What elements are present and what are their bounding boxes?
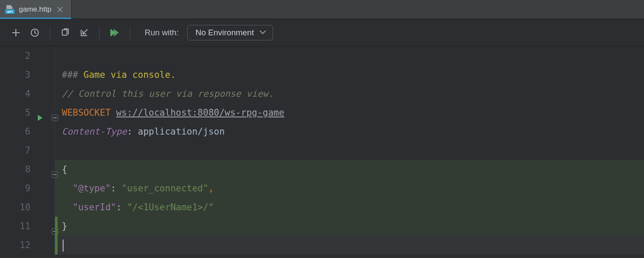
svg-text:API: API	[7, 10, 12, 14]
line-number[interactable]: 12	[0, 236, 30, 255]
gutter-run-icon[interactable]	[36, 109, 43, 117]
tab-label: game.http	[19, 5, 52, 14]
line-number[interactable]: 7	[0, 141, 30, 160]
api-file-icon: API	[5, 5, 15, 14]
line-number[interactable]: 6	[0, 122, 30, 141]
toolbar-divider	[130, 27, 130, 39]
tab-close-button[interactable]	[56, 5, 64, 14]
code-line[interactable]: ### Game via console.	[62, 65, 644, 84]
line-number[interactable]: 2	[0, 46, 30, 65]
code-line[interactable]: WEBSOCKET ws://localhost:8080/ws-rpg-gam…	[62, 103, 644, 122]
toolbar-divider	[50, 27, 50, 39]
run-all-button[interactable]	[106, 25, 123, 41]
import-button[interactable]	[76, 25, 92, 41]
code-line[interactable]	[62, 141, 644, 160]
environment-selected: No Environment	[195, 28, 254, 37]
add-request-button[interactable]	[8, 25, 24, 41]
toolbar-divider	[99, 27, 100, 39]
environment-dropdown[interactable]: No Environment	[187, 25, 273, 40]
code-line[interactable]: // Control this user via response view.	[62, 84, 644, 103]
line-number[interactable]: 9	[0, 179, 30, 198]
svg-rect-3	[62, 30, 67, 35]
code-line[interactable]	[62, 46, 644, 65]
history-button[interactable]	[27, 25, 43, 41]
line-number[interactable]: 10	[0, 198, 30, 217]
line-number[interactable]: 11	[0, 217, 30, 236]
run-with-label: Run with:	[145, 28, 179, 37]
line-number[interactable]: 5	[0, 103, 30, 122]
chevron-down-icon	[260, 31, 266, 35]
copy-button[interactable]	[57, 25, 73, 41]
code-line[interactable]: Content-Type: application/json	[62, 122, 644, 141]
editor-tab-game-http[interactable]: API game.http	[0, 0, 72, 18]
line-number[interactable]: 8	[0, 160, 30, 179]
line-number[interactable]: 4	[0, 84, 30, 103]
text-caret	[63, 240, 64, 252]
line-number[interactable]: 3	[0, 65, 30, 84]
